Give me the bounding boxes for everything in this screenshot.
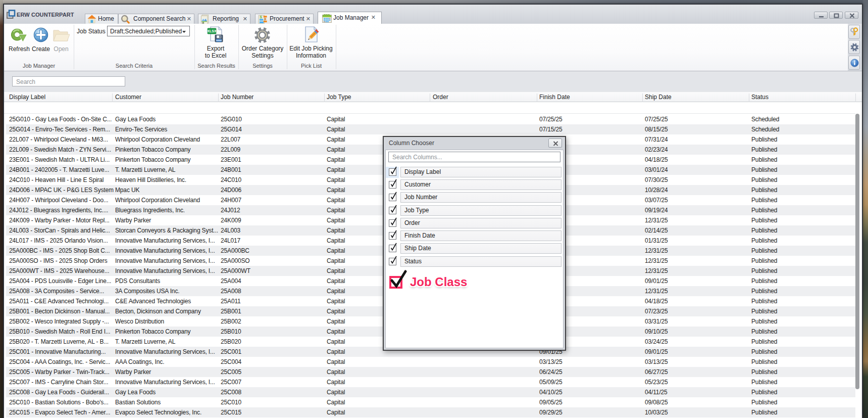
svg-text:$: $ — [260, 15, 262, 19]
svg-text:XLSX: XLSX — [207, 29, 217, 33]
